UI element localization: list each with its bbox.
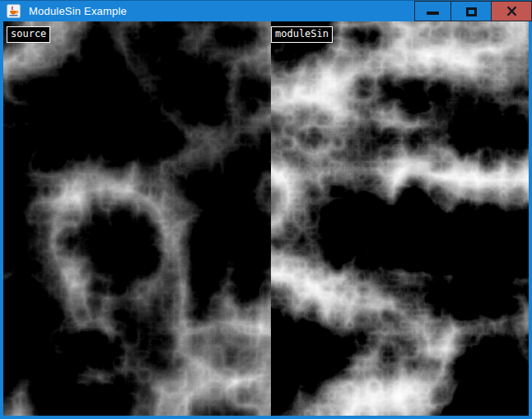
source-panel: source bbox=[3, 21, 271, 416]
window-controls bbox=[414, 1, 532, 22]
app-window: ModuleSin Example source moduleSin bbox=[0, 0, 532, 419]
titlebar[interactable]: ModuleSin Example bbox=[0, 0, 532, 21]
close-icon bbox=[506, 6, 517, 16]
minimize-icon bbox=[427, 12, 439, 15]
source-label: source bbox=[7, 26, 50, 43]
modulesin-noise-image bbox=[271, 21, 529, 416]
render-area: source moduleSin bbox=[3, 21, 529, 416]
minimize-button[interactable] bbox=[414, 1, 451, 21]
java-coffee-cup-icon bbox=[7, 4, 21, 18]
modulesin-label: moduleSin bbox=[271, 26, 333, 43]
modulesin-panel: moduleSin bbox=[271, 21, 529, 416]
maximize-icon bbox=[466, 7, 477, 16]
maximize-button[interactable] bbox=[451, 1, 492, 21]
source-noise-image bbox=[3, 21, 271, 416]
close-button[interactable] bbox=[492, 1, 532, 21]
window-title: ModuleSin Example bbox=[29, 5, 127, 17]
